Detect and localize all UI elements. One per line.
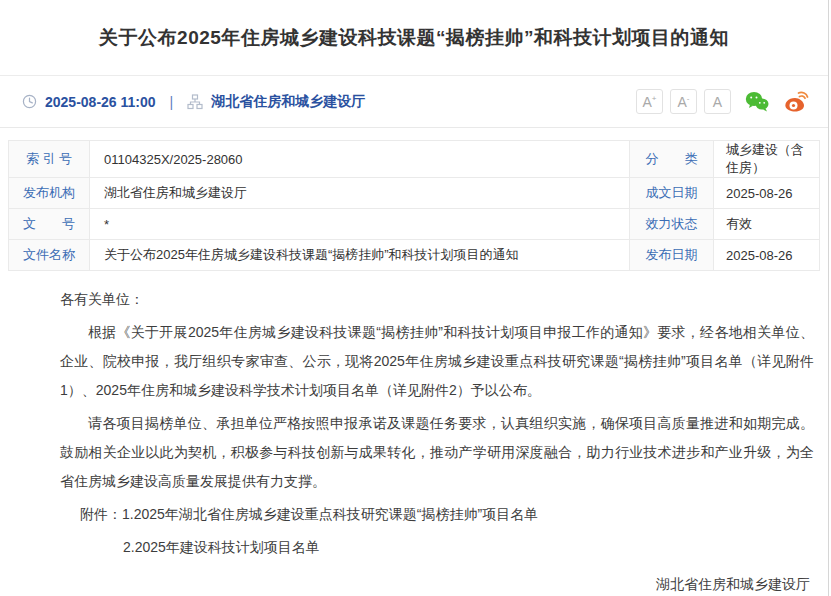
attachment-item: 2.2025年建设科技计划项目名单 bbox=[123, 539, 320, 555]
table-row: 文 号 * 效力状态 有效 bbox=[9, 209, 820, 240]
publish-datetime: 2025-08-26 11:00 bbox=[45, 94, 156, 110]
font-size-reset-button[interactable]: A bbox=[704, 89, 731, 114]
field-label-validity: 效力状态 bbox=[630, 209, 714, 240]
meta-info: 2025-08-26 11:00 | 湖北省住房和城乡建设厅 bbox=[22, 93, 365, 111]
attachment-item: 1.2025年湖北省住房城乡建设重点科技研究课题“揭榜挂帅”项目名单 bbox=[122, 506, 538, 522]
field-value-written-date: 2025-08-26 bbox=[714, 178, 820, 209]
field-label-doc-title: 文件名称 bbox=[9, 240, 90, 271]
field-label-publish-date: 发布日期 bbox=[630, 240, 714, 271]
meta-separator: | bbox=[170, 94, 174, 110]
signature-agency: 湖北省住房和城乡建设厅 bbox=[60, 570, 814, 596]
meta-bar: 2025-08-26 11:00 | 湖北省住房和城乡建设厅 A+ A- A bbox=[0, 76, 828, 128]
org-icon bbox=[187, 94, 203, 110]
weibo-icon[interactable] bbox=[783, 90, 810, 113]
source-agency[interactable]: 湖北省住房和城乡建设厅 bbox=[211, 93, 365, 111]
table-row: 发布机构 湖北省住房和城乡建设厅 成文日期 2025-08-26 bbox=[9, 178, 820, 209]
document-info-table: 索 引 号 01104325X/2025-28060 分 类 城乡建设（含住房）… bbox=[8, 140, 820, 271]
meta-tools: A+ A- A bbox=[636, 89, 810, 114]
attachments-label: 附件： bbox=[80, 506, 122, 522]
salutation: 各有关单位： bbox=[60, 285, 814, 314]
field-label-issuing-agency: 发布机构 bbox=[9, 178, 90, 209]
field-label-index-number: 索 引 号 bbox=[9, 141, 90, 178]
attachment-line-2: 2.2025年建设科技计划项目名单 bbox=[60, 533, 814, 562]
header: 关于公布2025年住房城乡建设科技课题“揭榜挂帅”和科技计划项目的通知 bbox=[0, 0, 828, 76]
document-body: 各有关单位： 根据《关于开展2025年住房城乡建设科技课题“揭榜挂帅”和科技计划… bbox=[0, 285, 828, 596]
attachment-line-1: 附件：1.2025年湖北省住房城乡建设重点科技研究课题“揭榜挂帅”项目名单 bbox=[60, 500, 814, 529]
font-size-increase-button[interactable]: A+ bbox=[636, 89, 663, 114]
field-value-doc-number: * bbox=[90, 209, 630, 240]
field-label-written-date: 成文日期 bbox=[630, 178, 714, 209]
field-value-index-number: 01104325X/2025-28060 bbox=[90, 141, 630, 178]
wechat-icon[interactable] bbox=[744, 90, 770, 113]
table-row: 文件名称 关于公布2025年住房城乡建设科技课题“揭榜挂帅”和科技计划项目的通知… bbox=[9, 240, 820, 271]
clock-icon bbox=[22, 94, 37, 109]
font-size-decrease-button[interactable]: A- bbox=[670, 89, 697, 114]
field-label-category: 分 类 bbox=[630, 141, 714, 178]
document-page: 关于公布2025年住房城乡建设科技课题“揭榜挂帅”和科技计划项目的通知 2025… bbox=[0, 0, 829, 596]
field-value-doc-title: 关于公布2025年住房城乡建设科技课题“揭榜挂帅”和科技计划项目的通知 bbox=[90, 240, 630, 271]
field-value-issuing-agency: 湖北省住房和城乡建设厅 bbox=[90, 178, 630, 209]
paragraph: 请各项目揭榜单位、承担单位严格按照申报承诺及课题任务要求，认真组织实施，确保项目… bbox=[60, 409, 814, 496]
page-title: 关于公布2025年住房城乡建设科技课题“揭榜挂帅”和科技计划项目的通知 bbox=[99, 25, 729, 51]
field-value-validity: 有效 bbox=[714, 209, 820, 240]
table-row: 索 引 号 01104325X/2025-28060 分 类 城乡建设（含住房） bbox=[9, 141, 820, 178]
field-value-category: 城乡建设（含住房） bbox=[714, 141, 820, 178]
field-label-doc-number: 文 号 bbox=[9, 209, 90, 240]
paragraph: 根据《关于开展2025年住房城乡建设科技课题“揭榜挂帅”和科技计划项目申报工作的… bbox=[60, 318, 814, 405]
field-value-publish-date: 2025-08-26 bbox=[714, 240, 820, 271]
